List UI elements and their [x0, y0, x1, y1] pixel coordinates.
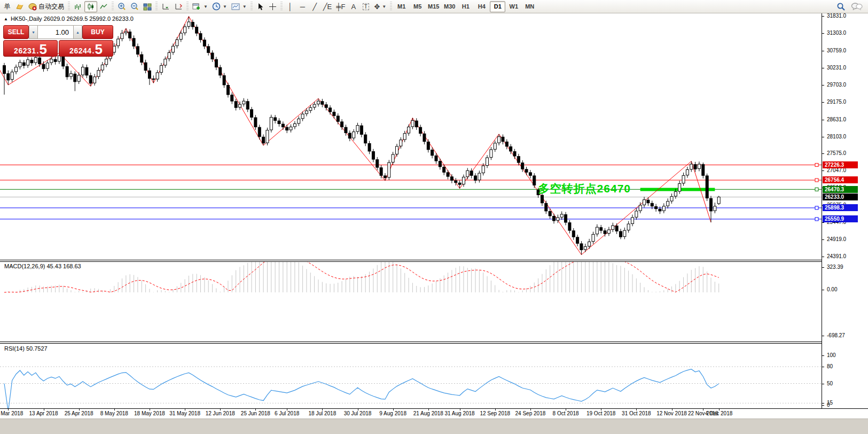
- auto-scroll-button[interactable]: [159, 1, 172, 12]
- timeframe-button-m5[interactable]: M5: [410, 1, 425, 12]
- volume-down-icon: ▼: [32, 30, 35, 34]
- horizontal-line-button[interactable]: ─: [296, 1, 309, 12]
- axis-tick-label: 29175.0: [827, 99, 846, 105]
- axis-tick-label: 29703.0: [827, 82, 846, 88]
- fibonacci-button[interactable]: ╪F: [334, 1, 347, 12]
- chevron-down-icon: ▼: [204, 4, 208, 9]
- date-label: 6 Jul 2018: [275, 410, 299, 416]
- sell-button[interactable]: SELL: [3, 25, 29, 39]
- volume-down-button[interactable]: ▼: [29, 25, 38, 39]
- buy-button[interactable]: BUY: [82, 25, 113, 39]
- vertical-line-icon: │: [288, 3, 292, 11]
- axis-tick-mark: [822, 384, 824, 384]
- macd-axis-label: 0.00: [827, 286, 837, 292]
- rsi-indicator-label: RSI(14) 50.7527: [4, 345, 48, 352]
- text-button[interactable]: A: [347, 1, 359, 12]
- buy-price-main: 26244: [69, 46, 91, 55]
- axis-tick-mark: [822, 102, 824, 103]
- macd-axis-label: 323.39: [827, 264, 843, 270]
- volume-input[interactable]: 1.00: [38, 25, 73, 39]
- crosshair-button[interactable]: [267, 1, 279, 12]
- chart-title: ▲ HK50-,Daily 26029.0 26269.5 25992.0 26…: [4, 15, 134, 22]
- arrows-icon: ✥: [374, 3, 380, 11]
- axis-tick-mark: [822, 85, 824, 86]
- axis-tick-mark: [822, 405, 824, 406]
- chevron-down-icon: ▼: [223, 4, 227, 9]
- zoom-in-icon: [118, 2, 126, 11]
- level-price-label[interactable]: 25550.9: [823, 215, 858, 222]
- axis-tick-mark: [822, 16, 824, 17]
- axis-tick-label: 30231.0: [827, 65, 846, 71]
- toolbar-right-group: [836, 2, 863, 11]
- sell-price-main: 26231: [14, 46, 36, 55]
- axis-tick-mark: [822, 170, 824, 171]
- autotrade-button[interactable]: 自动交易: [26, 1, 66, 12]
- new-chart-icon: [192, 3, 201, 11]
- zoom-in-button[interactable]: [115, 1, 128, 12]
- templates-icon: [231, 3, 240, 11]
- macd-indicator-label: MACD(12,26,9) 45.43 168.63: [4, 263, 81, 269]
- vertical-line-button[interactable]: │: [284, 1, 296, 12]
- timeframe-button-h1[interactable]: H1: [458, 1, 473, 12]
- axis-tick-mark: [822, 68, 824, 68]
- templates-button[interactable]: ▼: [229, 1, 249, 12]
- collapse-triangle-icon[interactable]: ▲: [4, 17, 8, 21]
- rsi-axis-label: 0: [827, 402, 830, 408]
- search-icon[interactable]: [836, 2, 846, 11]
- level-price-label[interactable]: 27226.3: [823, 161, 858, 168]
- new-chart-button[interactable]: ▼: [190, 1, 210, 12]
- candlestick-chart-button[interactable]: [84, 1, 97, 12]
- timeframe-button-m30[interactable]: M30: [442, 1, 457, 12]
- macd-plot[interactable]: [0, 262, 822, 341]
- periods-button[interactable]: ▼: [210, 1, 229, 12]
- chat-icon[interactable]: [851, 2, 863, 11]
- tile-windows-icon: [143, 3, 152, 11]
- trendline-button[interactable]: ╱: [309, 1, 321, 12]
- main-chart-plot[interactable]: [0, 13, 822, 260]
- toolbar-grip: [390, 2, 392, 11]
- zoom-out-button[interactable]: [128, 1, 141, 12]
- chart-annotation-text[interactable]: 多空转折点26470: [538, 181, 631, 196]
- time-axis: 29 Mar 201813 Apr 201825 Apr 20188 May 2…: [0, 409, 868, 418]
- level-price-label[interactable]: 26470.3: [823, 186, 858, 193]
- timeframe-button-h4[interactable]: H4: [474, 1, 489, 12]
- volume-up-button[interactable]: ▲: [73, 25, 82, 39]
- date-label: 25 Apr 2018: [65, 410, 93, 416]
- axis-tick-mark: [822, 153, 824, 154]
- date-label: 21 Aug 2018: [413, 410, 443, 416]
- chart-shift-button[interactable]: [172, 1, 185, 12]
- buy-price-frac: 5: [95, 43, 102, 55]
- candlestick-chart-icon: [87, 3, 95, 11]
- crosshair-icon: [269, 3, 277, 11]
- level-price-label[interactable]: 26756.4: [823, 176, 858, 183]
- volume-up-icon: ▲: [76, 30, 80, 34]
- text-label-button[interactable]: T: [359, 1, 372, 12]
- axis-tick-label: 24919.0: [827, 236, 846, 242]
- timeframe-button-m1[interactable]: M1: [394, 1, 409, 12]
- axis-tick-mark: [822, 355, 824, 356]
- trendline-icon: ╱: [312, 3, 317, 11]
- cursor-button[interactable]: [254, 1, 267, 12]
- timeframe-button-m15[interactable]: M15: [426, 1, 441, 12]
- arrows-button[interactable]: ✥▼: [372, 1, 388, 12]
- level-price-label[interactable]: 25898.3: [823, 204, 858, 211]
- history-button[interactable]: [13, 1, 26, 12]
- axis-tick-label: 28631.0: [827, 117, 846, 122]
- axis-tick-mark: [822, 403, 824, 404]
- new-order-button[interactable]: 单: [1, 1, 13, 12]
- timeframe-button-w1[interactable]: W1: [506, 1, 521, 12]
- rsi-plot[interactable]: [0, 344, 822, 408]
- chevron-down-icon: ▼: [243, 4, 247, 9]
- date-label: 31 May 2018: [169, 410, 200, 416]
- tile-windows-button[interactable]: [141, 1, 154, 12]
- channel-button[interactable]: ╱E: [321, 1, 334, 12]
- buy-price-panel[interactable]: 26244.5: [59, 40, 113, 57]
- current-price-label[interactable]: 26233.0: [823, 193, 858, 200]
- line-chart-button[interactable]: [97, 1, 110, 12]
- bar-chart-button[interactable]: [72, 1, 84, 12]
- sell-price-panel[interactable]: 26231.5: [3, 40, 58, 57]
- timeframe-button-mn[interactable]: MN: [522, 1, 537, 12]
- auto-scroll-icon: [161, 3, 170, 11]
- timeframe-button-d1[interactable]: D1: [490, 1, 505, 12]
- chart-shift-icon: [174, 3, 183, 11]
